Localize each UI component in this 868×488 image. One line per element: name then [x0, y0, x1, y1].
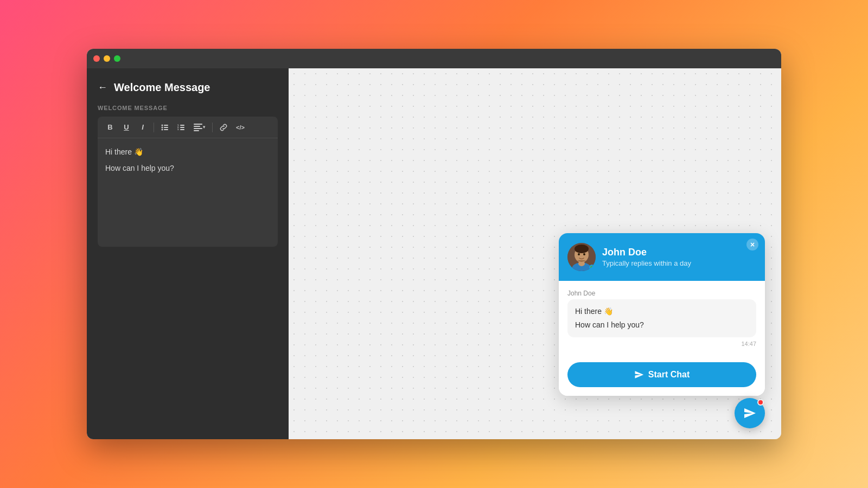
- message-timestamp: 14:47: [567, 341, 756, 347]
- editor-body[interactable]: Hi there 👋 How can I help you?: [98, 138, 278, 247]
- titlebar: [87, 49, 781, 68]
- fab-send-icon: [743, 407, 756, 420]
- svg-point-2: [162, 126, 163, 128]
- link-button[interactable]: [216, 121, 231, 133]
- chat-close-button[interactable]: ×: [746, 239, 758, 251]
- toolbar-divider-2: [212, 123, 213, 132]
- online-indicator: [589, 265, 595, 270]
- fab-notification-badge: [757, 399, 764, 406]
- svg-point-22: [583, 253, 585, 255]
- agent-avatar: [567, 243, 596, 271]
- italic-button[interactable]: I: [136, 121, 150, 133]
- window-body: ← Welcome Message WELCOME MESSAGE B U I: [87, 68, 781, 439]
- fullscreen-button[interactable]: [114, 55, 120, 62]
- svg-point-21: [578, 253, 580, 255]
- svg-rect-11: [180, 129, 184, 130]
- chat-messages: John Doe Hi there 👋 How can I help you? …: [559, 281, 765, 356]
- svg-rect-3: [164, 127, 168, 128]
- svg-rect-12: [194, 124, 202, 125]
- editor-line-1: Hi there 👋: [105, 146, 270, 158]
- panel-header: ← Welcome Message: [87, 68, 289, 105]
- start-chat-label: Start Chat: [648, 370, 690, 380]
- right-panel: John Doe Typically replies within a day …: [289, 68, 781, 439]
- message-sender: John Doe: [567, 290, 756, 297]
- left-panel: ← Welcome Message WELCOME MESSAGE B U I: [87, 68, 289, 439]
- editor-line-2: How can I help you?: [105, 162, 270, 174]
- panel-content: WELCOME MESSAGE B U I: [87, 105, 289, 439]
- bullet-list-button[interactable]: [158, 121, 172, 133]
- svg-point-4: [162, 129, 163, 130]
- editor-container: B U I: [98, 117, 278, 247]
- svg-point-0: [162, 124, 163, 126]
- send-icon: [634, 370, 644, 380]
- agent-name: John Doe: [602, 247, 756, 258]
- svg-rect-5: [164, 129, 168, 130]
- message-line-2: How can I help you?: [575, 319, 749, 331]
- code-button[interactable]: </>: [233, 122, 248, 133]
- agent-status: Typically replies within a day: [602, 259, 756, 267]
- svg-rect-14: [194, 128, 202, 129]
- start-chat-button[interactable]: Start Chat: [567, 362, 756, 387]
- chat-header-info: John Doe Typically replies within a day: [602, 247, 756, 267]
- minimize-button[interactable]: [104, 55, 110, 62]
- chat-header: John Doe Typically replies within a day …: [559, 233, 765, 281]
- svg-point-20: [575, 245, 589, 253]
- editor-toolbar: B U I: [98, 117, 278, 138]
- ordered-list-button[interactable]: 1. 2. 3.: [174, 121, 188, 133]
- app-window: ← Welcome Message WELCOME MESSAGE B U I: [87, 49, 781, 439]
- panel-title: Welcome Message: [114, 81, 210, 94]
- svg-rect-9: [180, 127, 184, 128]
- svg-rect-7: [180, 125, 184, 126]
- chat-footer: Start Chat: [559, 356, 765, 396]
- traffic-lights: [93, 55, 120, 62]
- svg-rect-13: [194, 126, 200, 127]
- back-button[interactable]: ←: [98, 82, 107, 93]
- message-bubble: Hi there 👋 How can I help you?: [567, 299, 756, 337]
- close-button[interactable]: [93, 55, 100, 62]
- chat-widget: John Doe Typically replies within a day …: [559, 233, 765, 396]
- svg-rect-15: [194, 130, 199, 131]
- message-line-1: Hi there 👋: [575, 306, 749, 317]
- chat-fab-button[interactable]: [735, 398, 765, 428]
- bold-button[interactable]: B: [103, 121, 117, 133]
- svg-rect-1: [164, 125, 168, 126]
- svg-text:3.: 3.: [177, 128, 179, 131]
- section-label: WELCOME MESSAGE: [98, 105, 278, 111]
- toolbar-divider-1: [154, 123, 154, 132]
- align-button[interactable]: ▾: [190, 121, 208, 133]
- underline-button[interactable]: U: [119, 121, 133, 133]
